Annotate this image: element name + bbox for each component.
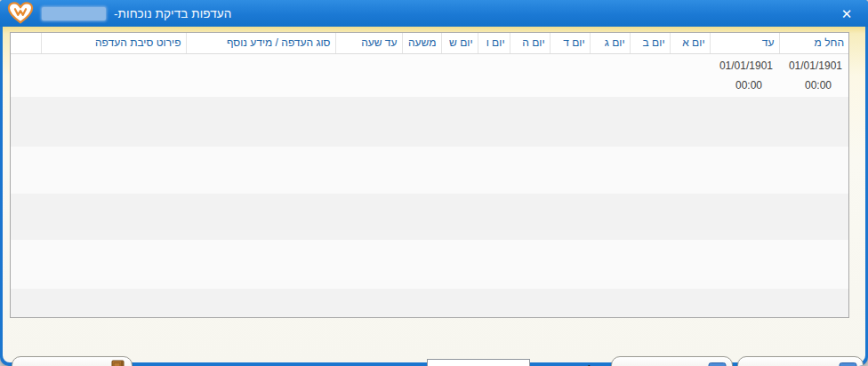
- grid-empty-row: [11, 194, 848, 240]
- grid-header-row: החל מ עד יום א יום ב יום ג יום ד יום ה י…: [11, 33, 848, 54]
- grid-empty-row: [11, 289, 848, 318]
- column-header-sunday[interactable]: יום א: [670, 33, 710, 54]
- column-header-thursday[interactable]: יום ה: [510, 33, 550, 54]
- cell-sunday[interactable]: [670, 54, 710, 98]
- cell-start[interactable]: 01/01/1901 00:00: [779, 54, 848, 98]
- column-header-preference-type[interactable]: סוג העדפה / מידע נוסף: [186, 33, 335, 54]
- priority-level-combobox[interactable]: ⌄: [427, 359, 530, 366]
- window-title: העדפות בדיקת נוכחות-: [114, 7, 231, 20]
- grid-empty-row: [11, 240, 848, 289]
- redacted-client-name: [42, 7, 106, 20]
- title-group: העדפות בדיקת נוכחות-: [7, 0, 231, 27]
- column-header-end-date[interactable]: עד: [710, 33, 779, 54]
- column-header-empty: [11, 33, 41, 54]
- start-time-value: 00:00: [779, 72, 848, 92]
- column-header-wednesday[interactable]: יום ד: [550, 33, 590, 54]
- add-button[interactable]: הוספה +: [737, 356, 864, 366]
- column-header-from-hour[interactable]: משעה: [402, 33, 441, 54]
- end-date-value: 01/01/1901: [710, 54, 779, 72]
- titlebar[interactable]: העדפות בדיקת נוכחות- ✕: [0, 0, 868, 27]
- window-body: החל מ עד יום א יום ב יום ג יום ד יום ה י…: [3, 27, 865, 362]
- cell-monday[interactable]: [630, 54, 670, 98]
- cell-friday[interactable]: [478, 54, 510, 98]
- column-header-until-hour[interactable]: עד שעה: [335, 33, 402, 54]
- cell-until-hour[interactable]: [335, 54, 402, 98]
- start-date-value: 01/01/1901: [779, 54, 848, 72]
- cell-thursday[interactable]: [510, 54, 550, 98]
- update-button[interactable]: עדכון ⚙: [611, 356, 733, 366]
- cell-preference-reason[interactable]: [41, 54, 186, 98]
- app-window: העדפות בדיקת נוכחות- ✕ החל מ עד יום א יו…: [0, 0, 868, 366]
- cell-saturday[interactable]: [441, 54, 478, 98]
- spreadsheet-add-icon: +: [839, 362, 858, 366]
- door-exit-icon: [104, 359, 126, 366]
- grid-empty-row: [11, 97, 848, 147]
- chevron-down-icon[interactable]: ⌄: [428, 360, 436, 366]
- grid-record-row[interactable]: 01/01/1901 00:00 01/01/1901 00:00: [11, 54, 848, 98]
- exit-button[interactable]: יציאה: [12, 356, 133, 366]
- column-header-monday[interactable]: יום ב: [630, 33, 670, 54]
- close-icon[interactable]: ✕: [837, 4, 856, 23]
- cell-from-hour[interactable]: [402, 54, 441, 98]
- cell-tuesday[interactable]: [590, 54, 630, 98]
- preferences-grid: החל מ עד יום א יום ב יום ג יום ד יום ה י…: [10, 32, 849, 318]
- column-header-saturday[interactable]: יום ש: [441, 33, 478, 54]
- column-header-preference-reason[interactable]: פירוט סיבת העדפה: [41, 33, 186, 54]
- cell-end[interactable]: 01/01/1901 00:00: [710, 54, 779, 98]
- column-header-tuesday[interactable]: יום ג: [590, 33, 630, 54]
- cell-wednesday[interactable]: [550, 54, 590, 98]
- preferences-table: החל מ עד יום א יום ב יום ג יום ד יום ה י…: [11, 33, 848, 97]
- end-time-value: 00:00: [710, 72, 779, 92]
- column-header-start-date[interactable]: החל מ: [779, 33, 848, 54]
- priority-level-input[interactable]: [436, 361, 597, 366]
- column-header-friday[interactable]: יום ו: [478, 33, 510, 54]
- app-logo-heart-icon: [7, 2, 34, 24]
- spreadsheet-settings-icon: ⚙: [708, 362, 727, 366]
- cell-empty: [11, 54, 41, 98]
- cell-preference-type[interactable]: [186, 54, 335, 98]
- grid-empty-row: [11, 147, 848, 194]
